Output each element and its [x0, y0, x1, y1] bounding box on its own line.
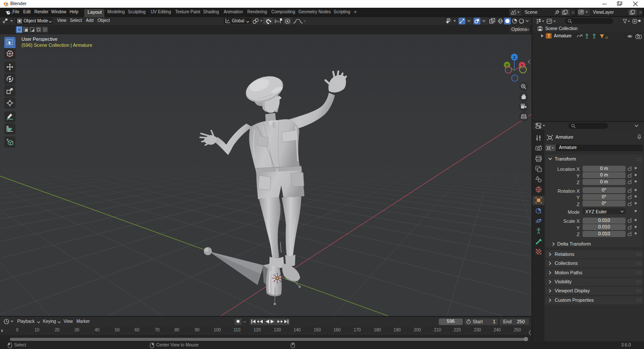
svg-text:11: 11 — [605, 36, 608, 39]
svg-text:Z: Z — [513, 55, 516, 60]
